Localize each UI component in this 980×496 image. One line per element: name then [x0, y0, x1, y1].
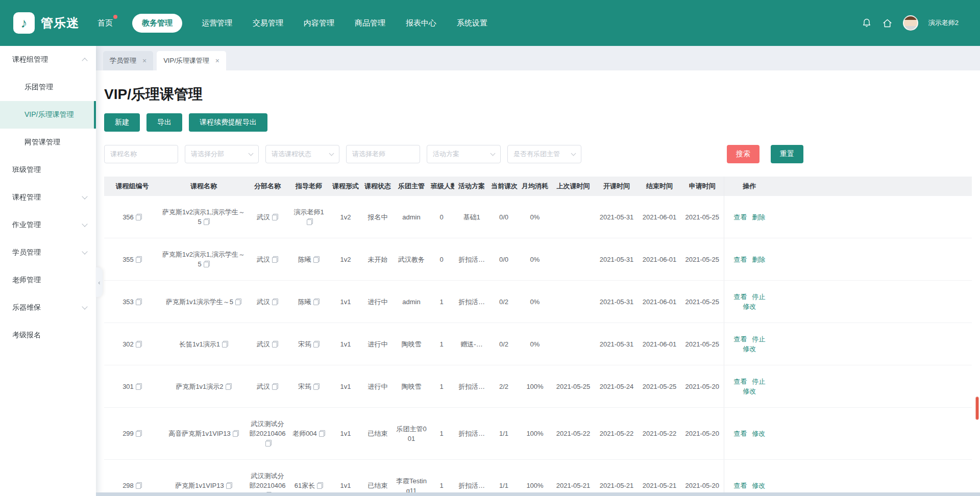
sidebar-item-9[interactable]: 乐器维保 [0, 294, 96, 321]
action-stop[interactable]: 停止 [752, 378, 765, 385]
cell-status: 进行中 [361, 365, 394, 408]
copy-icon[interactable] [272, 341, 278, 348]
copy-icon[interactable] [136, 341, 142, 348]
filter-input-3[interactable]: 请选择老师 [346, 145, 420, 163]
sidebar-item-8[interactable]: 老师管理 [0, 266, 96, 294]
brand-logo[interactable]: ♪ 管乐迷 [13, 12, 79, 34]
renewal-reminder-export-button[interactable]: 课程续费提醒导出 [189, 113, 267, 132]
sidebar-item-5[interactable]: 课程管理 [0, 184, 96, 211]
copy-icon[interactable] [136, 482, 142, 489]
sidebar-item-10[interactable]: 考级报名 [0, 321, 96, 349]
cell-text-branch: 武汉 [257, 340, 270, 348]
action-view[interactable]: 查看 [733, 430, 747, 437]
nav-item-2[interactable]: 运营管理 [201, 14, 233, 33]
sidebar-item-7[interactable]: 学员管理 [0, 239, 96, 266]
sidebar-item-0[interactable]: 课程组管理 [0, 46, 96, 73]
action-view[interactable]: 查看 [733, 293, 747, 301]
copy-icon[interactable] [226, 383, 232, 390]
cell-text-size: 1 [439, 298, 443, 306]
action-edit[interactable]: 修改 [743, 303, 756, 310]
action-stop[interactable]: 停止 [752, 293, 765, 301]
action-view[interactable]: 查看 [733, 256, 747, 263]
create-button[interactable]: 新建 [104, 113, 140, 132]
copy-icon[interactable] [226, 482, 232, 489]
copy-icon[interactable] [313, 299, 320, 305]
filter-select-4[interactable]: 活动方案 [427, 145, 501, 163]
action-view[interactable]: 查看 [733, 335, 747, 343]
search-button[interactable]: 搜索 [727, 145, 760, 163]
export-button[interactable]: 导出 [146, 113, 182, 132]
copy-icon[interactable] [265, 440, 272, 447]
sidebar-item-3[interactable]: 网管课管理 [0, 129, 96, 156]
nav-item-7[interactable]: 系统设置 [456, 14, 488, 33]
copy-icon[interactable] [307, 218, 313, 225]
filter-input-0[interactable]: 课程名称 [104, 145, 178, 163]
copy-icon[interactable] [272, 299, 278, 305]
action-edit[interactable]: 修改 [752, 482, 765, 489]
col-header-end: 结束时间 [638, 177, 681, 196]
cell-start: 2021-05-22 [595, 408, 638, 460]
cell-text-form: 1v1 [340, 482, 351, 489]
filter-fields: 课程名称请选择分部请选课程状态请选择老师活动方案是否有乐团主管 [104, 145, 588, 163]
tab-close-icon[interactable]: × [215, 57, 219, 64]
action-edit[interactable]: 修改 [743, 387, 756, 395]
copy-icon[interactable] [222, 341, 228, 348]
sidebar-item-6[interactable]: 作业管理 [0, 211, 96, 239]
nav-item-4[interactable]: 内容管理 [303, 14, 335, 33]
tab-0[interactable]: 学员管理× [103, 51, 153, 70]
horizontal-scrollbar[interactable] [96, 492, 980, 496]
copy-icon[interactable] [313, 383, 320, 390]
action-view[interactable]: 查看 [733, 482, 747, 489]
action-view[interactable]: 查看 [733, 213, 747, 221]
action-edit[interactable]: 修改 [752, 430, 765, 437]
filter-select-1[interactable]: 请选择分部 [185, 145, 259, 163]
tab-1[interactable]: VIP/乐理课管理× [157, 51, 226, 70]
nav-item-1[interactable]: 教务管理 [132, 14, 182, 33]
nav-item-6[interactable]: 报表中心 [405, 14, 437, 33]
nav-item-5[interactable]: 商品管理 [354, 14, 386, 33]
sidebar-item-4[interactable]: 班级管理 [0, 156, 96, 184]
sidebar-item-label: 课程管理 [12, 193, 41, 202]
copy-icon[interactable] [136, 256, 142, 263]
copy-icon[interactable] [233, 430, 239, 437]
copy-icon[interactable] [136, 430, 142, 437]
action-edit[interactable]: 修改 [743, 345, 756, 353]
user-name[interactable]: 演示老师2 [928, 18, 959, 28]
copy-icon[interactable] [136, 214, 142, 220]
copy-icon[interactable] [272, 383, 278, 390]
sidebar-item-1[interactable]: 乐团管理 [0, 73, 96, 101]
copy-icon[interactable] [317, 482, 323, 489]
copy-icon[interactable] [313, 256, 320, 263]
copy-icon[interactable] [272, 256, 278, 263]
filter-select-2[interactable]: 请选课程状态 [265, 145, 339, 163]
cell-last [551, 281, 595, 323]
tab-close-icon[interactable]: × [142, 57, 146, 64]
sidebar-collapse-handle[interactable]: ‹ [96, 267, 103, 297]
copy-icon[interactable] [136, 299, 142, 305]
action-stop[interactable]: 停止 [752, 335, 765, 343]
reset-button[interactable]: 重置 [771, 145, 803, 163]
copy-icon[interactable] [235, 299, 241, 305]
action-view[interactable]: 查看 [733, 378, 747, 385]
action-delete[interactable]: 删除 [752, 256, 765, 263]
filter-select-5[interactable]: 是否有乐团主管 [507, 145, 581, 163]
avatar[interactable] [903, 15, 918, 31]
cell-name: 萨克斯1v1演示学生～5 [160, 281, 247, 323]
nav-item-3[interactable]: 交易管理 [252, 14, 284, 33]
copy-icon[interactable] [136, 383, 142, 390]
home-icon[interactable] [882, 18, 893, 29]
copy-icon[interactable] [204, 261, 210, 267]
cell-name: 萨克斯1v2演示1,演示学生～5 [160, 238, 247, 281]
copy-icon[interactable] [319, 430, 325, 437]
vertical-scrollbar-thumb[interactable] [975, 396, 979, 420]
copy-icon[interactable] [272, 214, 278, 220]
cell-id: 298 [104, 460, 160, 496]
cell-end: 2021-06-01 [638, 238, 681, 281]
cell-branch: 武汉 [247, 323, 288, 365]
nav-item-0[interactable]: 首页 [96, 14, 114, 33]
copy-icon[interactable] [204, 218, 210, 225]
sidebar-item-2[interactable]: VIP/乐理课管理 [0, 101, 96, 129]
action-delete[interactable]: 删除 [752, 213, 765, 221]
copy-icon[interactable] [313, 341, 320, 348]
bell-icon[interactable] [862, 17, 872, 29]
